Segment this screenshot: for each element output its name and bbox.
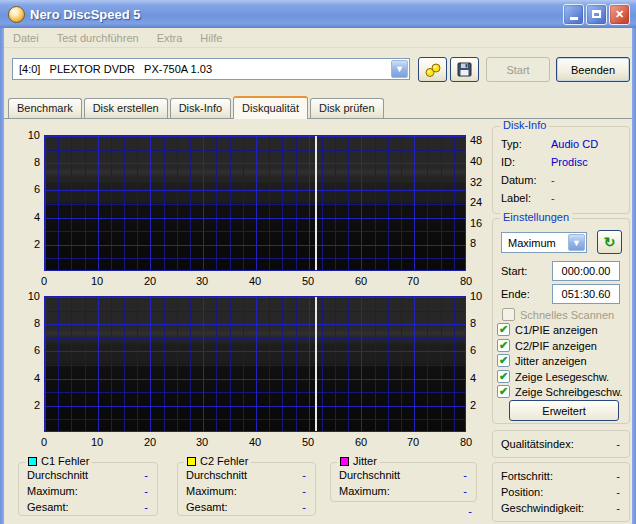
quit-button[interactable]: Beenden — [556, 57, 630, 82]
speed-value: - — [616, 502, 620, 514]
read-speed-checkbox[interactable]: ✔ Zeige Lesegeschw. — [497, 370, 609, 383]
error-chart: 10 8 6 4 2 48 40 32 24 16 8 0 10 20 30 4… — [0, 128, 490, 290]
start-time-field[interactable]: 000:00.00 — [552, 261, 620, 281]
disk-info-group: Disk-Info Typ: Audio CD ID: Prodisc Datu… — [492, 126, 630, 214]
c2-avg-value: - — [302, 469, 306, 481]
axis-tick: 2 — [12, 398, 40, 412]
start-button-label: Start — [506, 64, 529, 76]
jitter-title-text: Jitter — [353, 455, 377, 467]
c1-max-label: Maximum: — [27, 485, 78, 497]
jitter-checkbox[interactable]: ✔ Jitter anzeigen — [497, 354, 587, 367]
c2-error-box: C2 Fehler Durchschnitt - Maximum: - Gesa… — [177, 462, 316, 516]
axis-tick: 10 — [82, 435, 112, 449]
menu-extra[interactable]: Extra — [148, 30, 192, 46]
c2-pif-checkbox[interactable]: ✔ C2/PIF anzeigen — [497, 339, 597, 352]
axis-tick: 10 — [12, 289, 40, 303]
axis-tick: 2 — [12, 237, 40, 251]
axis-tick: 50 — [293, 435, 323, 449]
title-bar[interactable]: Nero DiscSpeed 5 ✕ — [0, 0, 636, 28]
axis-tick: 4 — [12, 210, 40, 224]
c2-pif-label: C2/PIF anzeigen — [515, 340, 597, 352]
save-icon — [457, 62, 472, 77]
write-speed-checkbox[interactable]: ✔ Zeige Schreibgeschw. — [497, 385, 623, 398]
refresh-button[interactable]: ↻ — [597, 230, 622, 254]
axis-tick: 60 — [346, 274, 376, 288]
chevron-down-icon[interactable]: ▼ — [391, 60, 408, 78]
fast-scan-checkbox[interactable]: Schnelles Scannen — [502, 308, 614, 321]
close-button[interactable]: ✕ — [609, 4, 630, 25]
tab-bar: Benchmark Disk erstellen Disk-Info Diskq… — [4, 96, 632, 119]
c2-total-value: - — [302, 501, 306, 513]
advanced-button-label: Erweitert — [542, 405, 585, 417]
axis-tick: 6 — [12, 182, 40, 196]
speed-select-value: Maximum — [502, 237, 567, 249]
menu-datei[interactable]: Datei — [4, 30, 48, 46]
tab-disk-erstellen[interactable]: Disk erstellen — [84, 98, 168, 118]
settings-group-title: Einstellungen — [500, 211, 572, 223]
minimize-button[interactable] — [563, 4, 584, 25]
start-button[interactable]: Start — [486, 57, 550, 82]
scan-position-line — [315, 297, 317, 431]
app-window: Nero DiscSpeed 5 ✕ Datei Test durchführe… — [0, 0, 636, 524]
menu-test-durchfuehren[interactable]: Test durchführen — [48, 30, 148, 46]
quality-index-value: - — [616, 438, 620, 450]
save-button[interactable] — [450, 57, 479, 82]
maximize-icon — [592, 10, 601, 18]
end-time-field[interactable]: 051:30.60 — [552, 284, 620, 304]
menu-hilfe[interactable]: Hilfe — [191, 30, 231, 46]
close-icon: ✕ — [615, 8, 624, 21]
c1-pie-label: C1/PIE anzeigen — [515, 324, 598, 336]
axis-tick: 10 — [82, 274, 112, 288]
disk-id-value: Prodisc — [551, 156, 588, 168]
tab-disk-pruefen[interactable]: Disk prüfen — [310, 98, 384, 118]
c1-color-swatch-icon — [28, 457, 37, 466]
jitter-max-value: - — [463, 485, 467, 497]
axis-tick: 60 — [346, 435, 376, 449]
end-time-label: Ende: — [501, 288, 530, 300]
jitter-box: Jitter Durchschnitt - Maximum: - — [330, 462, 477, 502]
disk-type-value: Audio CD — [551, 138, 598, 150]
c1-error-box: C1 Fehler Durchschnitt - Maximum: - Gesa… — [18, 462, 158, 516]
axis-tick: 40 — [240, 435, 270, 449]
drive-select[interactable]: [4:0] PLEXTOR DVDR PX-750A 1.03 ▼ — [12, 58, 410, 80]
axis-tick: 20 — [135, 435, 165, 449]
jitter-box-title: Jitter — [337, 455, 380, 467]
advanced-button[interactable]: Erweitert — [509, 400, 619, 421]
disk-type-label: Typ: — [501, 138, 522, 150]
axis-tick: 70 — [398, 274, 428, 288]
c2-error-box-title: C2 Fehler — [184, 455, 251, 467]
axis-tick: 70 — [398, 435, 428, 449]
checkbox-icon — [502, 308, 515, 321]
jitter-avg-label: Durchschnitt — [339, 469, 400, 481]
c2-color-swatch-icon — [187, 457, 196, 466]
refresh-icon: ↻ — [604, 235, 616, 249]
tab-diskqualitaet[interactable]: Diskqualität — [233, 96, 308, 119]
search-drive-button[interactable] — [418, 57, 447, 82]
disk-label-label: Label: — [501, 192, 531, 204]
c2-max-value: - — [302, 485, 306, 497]
c1-max-value: - — [144, 485, 148, 497]
c1-total-label: Gesamt: — [27, 501, 69, 513]
drive-select-value: [4:0] PLEXTOR DVDR PX-750A 1.03 — [13, 63, 390, 75]
window-border-right — [632, 0, 636, 524]
jitter-max-label: Maximum: — [339, 485, 390, 497]
c1-error-title-text: C1 Fehler — [41, 455, 89, 467]
maximize-button[interactable] — [586, 4, 607, 25]
chevron-down-icon[interactable]: ▼ — [568, 234, 585, 251]
settings-group: Einstellungen Maximum ▼ ↻ Start: 000:00.… — [492, 218, 630, 424]
jitter-label: Jitter anzeigen — [515, 355, 587, 367]
disk-info-group-title: Disk-Info — [500, 119, 549, 131]
speed-select[interactable]: Maximum ▼ — [501, 232, 587, 253]
quality-index-group: Qualitätsindex: - — [492, 430, 630, 458]
position-label: Position: — [501, 486, 543, 498]
tab-disk-info[interactable]: Disk-Info — [170, 98, 231, 118]
axis-tick: 8 — [12, 316, 40, 330]
tab-benchmark[interactable]: Benchmark — [8, 98, 82, 118]
progress-group: Fortschritt: - Position: - Geschwindigke… — [492, 462, 630, 522]
axis-tick: 40 — [240, 274, 270, 288]
c2-total-label: Gesamt: — [186, 501, 228, 513]
scan-position-line — [315, 136, 317, 270]
checkmark-icon: ✔ — [497, 385, 510, 398]
progress-label: Fortschritt: — [501, 470, 553, 482]
c1-pie-checkbox[interactable]: ✔ C1/PIE anzeigen — [497, 323, 598, 336]
